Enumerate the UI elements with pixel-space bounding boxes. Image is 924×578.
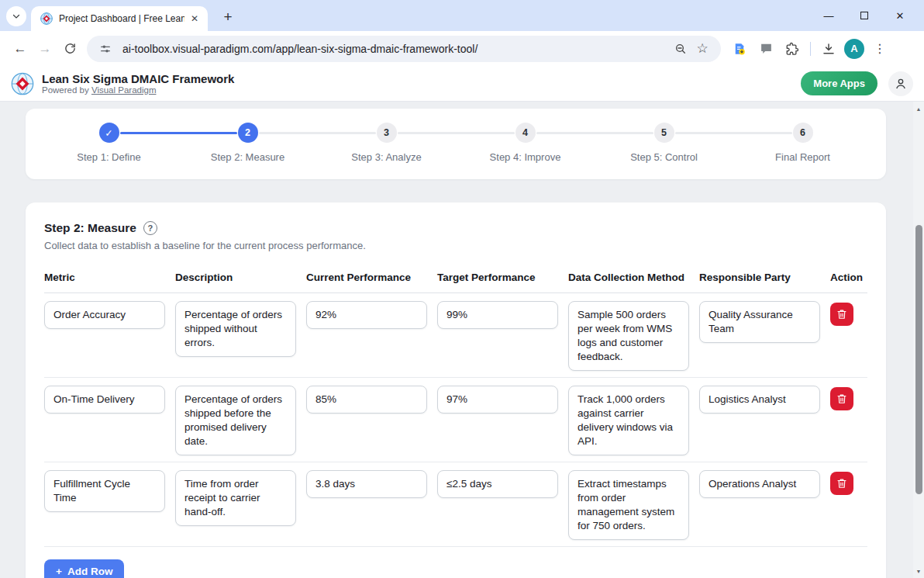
column-header-metric: Metric	[44, 272, 165, 283]
stepper-step-control[interactable]: 5 Step 5: Control	[595, 123, 733, 179]
table-row: Fulfillment Cycle Time Time from order r…	[44, 462, 867, 547]
column-header-responsible-party: Responsible Party	[699, 272, 820, 283]
toolbar-actions: A ⋮	[729, 38, 891, 60]
browser-tab[interactable]: Project Dashboard | Free Lean S ✕	[31, 6, 208, 31]
forward-button[interactable]: →	[33, 36, 57, 61]
responsible-party-input[interactable]: Logistics Analyst	[699, 386, 820, 414]
column-header-current-performance: Current Performance	[306, 272, 427, 283]
description-input[interactable]: Time from order receipt to carrier hand-…	[175, 470, 296, 526]
page-scrollbar[interactable]: ▲ ▼	[913, 102, 924, 578]
comment-icon[interactable]	[755, 38, 777, 60]
dmaic-stepper: ✓ Step 1: Define 2 Step 2: Measure 3 Ste…	[26, 109, 886, 179]
metric-input[interactable]: On-Time Delivery	[44, 386, 165, 414]
description-input[interactable]: Percentage of orders shipped without err…	[175, 301, 296, 357]
stepper-step-measure[interactable]: 2 Step 2: Measure	[178, 123, 317, 179]
metric-input[interactable]: Order Accuracy	[44, 301, 165, 329]
section-subtitle: Collect data to establish a baseline for…	[44, 240, 867, 251]
downloads-icon[interactable]	[818, 38, 840, 60]
browser-menu-icon[interactable]: ⋮	[869, 38, 891, 60]
browser-profile-avatar[interactable]: A	[844, 39, 864, 59]
window-minimize-button[interactable]: —	[811, 0, 846, 31]
back-button[interactable]: ←	[8, 36, 33, 61]
app-header: Lean Six Sigma DMAIC Framework Powered b…	[0, 66, 924, 102]
column-header-target-performance: Target Performance	[437, 272, 558, 283]
address-bar[interactable]: ai-toolbox.visual-paradigm.com/app/lean-…	[87, 36, 721, 62]
window-close-button[interactable]: ✕	[882, 0, 918, 31]
header-actions: More Apps	[801, 71, 913, 96]
zoom-level-icon[interactable]	[670, 38, 691, 60]
bookmark-star-icon[interactable]: ☆	[691, 38, 713, 60]
data-collection-method-input[interactable]: Extract timestamps from order management…	[568, 470, 689, 540]
stepper-step-define[interactable]: ✓ Step 1: Define	[40, 123, 178, 179]
scrollbar-thumb[interactable]	[915, 225, 922, 494]
add-row-button[interactable]: + Add Row	[44, 559, 124, 578]
visual-paradigm-link[interactable]: Visual Paradigm	[91, 85, 157, 95]
responsible-party-input[interactable]: Quality Assurance Team	[699, 301, 820, 343]
target-performance-input[interactable]: 97%	[437, 386, 558, 414]
delete-row-button[interactable]	[830, 303, 853, 326]
delete-row-button[interactable]	[830, 472, 853, 495]
url-text[interactable]: ai-toolbox.visual-paradigm.com/app/lean-…	[122, 43, 670, 55]
toolbar-separator	[810, 42, 811, 56]
current-performance-input[interactable]: 3.8 days	[306, 470, 427, 498]
more-apps-button[interactable]: More Apps	[801, 71, 877, 95]
target-performance-input[interactable]: ≤2.5 days	[437, 470, 558, 498]
trash-icon	[836, 309, 847, 320]
data-collection-method-input[interactable]: Track 1,000 orders against carrier deliv…	[568, 386, 689, 455]
plus-icon: +	[56, 566, 62, 577]
page-body: ✓ Step 1: Define 2 Step 2: Measure 3 Ste…	[0, 102, 924, 578]
app-title-block: Lean Six Sigma DMAIC Framework Powered b…	[42, 72, 234, 95]
person-icon	[894, 77, 908, 91]
extensions-puzzle-icon[interactable]	[781, 38, 803, 60]
site-settings-icon[interactable]	[95, 38, 116, 60]
scroll-down-icon[interactable]: ▼	[913, 566, 924, 576]
stepper-step-final-report[interactable]: 6 Final Report	[733, 123, 872, 179]
column-header-data-collection-method: Data Collection Method	[568, 272, 689, 283]
delete-row-button[interactable]	[830, 387, 853, 410]
window-controls: — ✕	[811, 0, 918, 31]
visual-paradigm-logo-icon	[11, 72, 34, 95]
current-performance-input[interactable]: 85%	[306, 386, 427, 414]
target-performance-input[interactable]: 99%	[437, 301, 558, 329]
powered-by: Powered by Visual Paradigm	[42, 85, 234, 95]
stepper-step-analyze[interactable]: 3 Step 3: Analyze	[317, 123, 456, 179]
data-collection-method-input[interactable]: Sample 500 orders per week from WMS logs…	[568, 301, 689, 371]
user-account-button[interactable]	[888, 71, 913, 96]
metric-input[interactable]: Fulfillment Cycle Time	[44, 470, 165, 512]
help-icon[interactable]: ?	[143, 221, 157, 235]
table-row: Order Accuracy Percentage of orders ship…	[44, 293, 867, 378]
chevron-down-icon	[12, 12, 21, 21]
new-tab-button[interactable]: +	[219, 8, 237, 26]
measure-card: Step 2: Measure ? Collect data to establ…	[26, 202, 886, 578]
current-performance-input[interactable]: 92%	[306, 301, 427, 329]
table-header: Metric Description Current Performance T…	[44, 272, 867, 293]
browser-titlebar: Project Dashboard | Free Lean S ✕ + — ✕	[0, 0, 924, 31]
window-maximize-button[interactable]	[846, 0, 882, 31]
page-download-icon[interactable]	[729, 38, 750, 60]
column-header-description: Description	[175, 272, 296, 283]
table-row: On-Time Delivery Percentage of orders sh…	[44, 378, 867, 462]
responsible-party-input[interactable]: Operations Analyst	[699, 470, 820, 498]
trash-icon	[836, 393, 847, 404]
column-header-action: Action	[830, 272, 867, 283]
scroll-up-icon[interactable]: ▲	[913, 103, 924, 114]
browser-toolbar: ← → ai-toolbox.visual-paradigm.com/app/l…	[0, 31, 924, 66]
tab-search-button[interactable]	[6, 6, 26, 26]
site-favicon-icon	[40, 12, 53, 25]
section-title: Step 2: Measure	[44, 221, 136, 235]
trash-icon	[836, 478, 847, 489]
reload-button[interactable]	[57, 36, 82, 61]
tab-close-icon[interactable]: ✕	[188, 12, 202, 26]
maximize-icon	[860, 12, 868, 19]
description-input[interactable]: Percentage of orders shipped before the …	[175, 386, 296, 455]
tab-title: Project Dashboard | Free Lean S	[59, 13, 184, 24]
stepper-step-improve[interactable]: 4 Step 4: Improve	[456, 123, 595, 179]
step-complete-check-icon: ✓	[99, 123, 119, 143]
app-title: Lean Six Sigma DMAIC Framework	[42, 72, 234, 85]
